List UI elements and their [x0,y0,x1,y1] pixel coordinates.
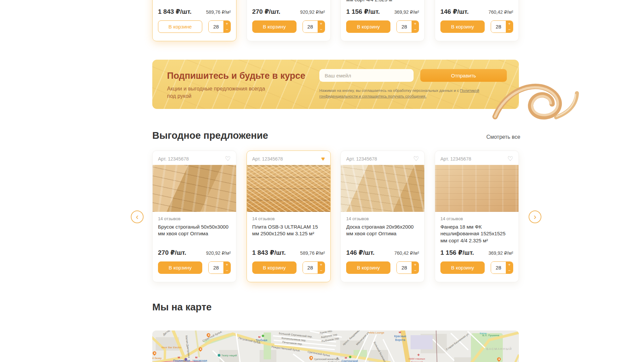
heart-filled-icon[interactable]: ♥ [321,156,325,162]
quantity-input[interactable] [491,21,506,33]
add-to-cart-button[interactable]: В корзину [346,261,390,274]
metro-label: Чеховская [193,359,207,362]
decrement-button[interactable]: − [318,27,325,33]
carousel-prev-button[interactable]: ‹ [131,210,144,223]
product-title: Брусок строганый 50х50х3000 мм хвоя сорт… [252,0,325,3]
product-title: Фанера 18 мм ФК нешлифованная 1525х1525 … [440,224,513,244]
email-input[interactable] [319,69,414,82]
product-title: Доска строганая 20х96х2000 мм хвоя сорт … [346,224,419,244]
add-to-cart-button[interactable]: В корзину [252,261,297,274]
quantity-stepper[interactable]: + − [396,20,419,33]
product-card[interactable]: Арт. 12345678 ♡ 14 отзывов Плита OSB-3 U… [152,0,236,41]
article-number: Арт. 12345678 [346,156,377,162]
product-title: Доска строганая 20х96х2000 мм хвоя сорт … [440,0,513,3]
quantity-stepper[interactable]: + − [303,261,325,274]
quantity-stepper[interactable]: + − [396,261,419,274]
metro-icon: М [258,336,261,339]
see-all-link[interactable]: Смотреть все [486,134,520,140]
metro-label: Пушкинская [173,359,190,362]
poi-label: НИИ глазных болезней [406,357,428,362]
increment-button[interactable]: + [412,21,419,27]
reviews-link[interactable]: 14 отзывов [346,216,419,221]
increment-button[interactable]: + [223,21,230,27]
price-per-m2: 369,92 ₽/м² [488,250,513,256]
increment-button[interactable]: + [318,21,325,27]
price-per-m2: 920,92 ₽/м² [206,250,231,256]
map[interactable]: Дегтярный пер. Малая Дмитровка Страстной… [152,330,519,362]
top-products-row: Арт. 12345678 ♡ 14 отзывов Плита OSB-3 U… [152,0,519,41]
poi-label: Театр наций [221,354,237,357]
metro-label: Сретенский [341,359,358,362]
carousel-next-button[interactable]: › [529,210,541,223]
subscribe-submit-button[interactable]: Отправить [420,69,507,82]
product-image [247,165,330,212]
heart-icon[interactable]: ♡ [413,156,419,162]
district-label: БАСМАННЫЙ [486,347,512,351]
product-card[interactable]: Арт. 12345678 ♡ 14 отзывов Фанера 18 мм … [340,0,425,41]
metro-label: Трубная [256,339,267,342]
add-to-cart-button[interactable]: В корзину [158,261,202,274]
product-image [435,165,519,212]
decrement-button[interactable]: − [412,27,419,33]
quantity-stepper[interactable]: + − [491,261,513,274]
reviews-link[interactable]: 14 отзывов [158,216,231,221]
quantity-stepper[interactable]: + − [491,20,513,33]
increment-button[interactable]: + [412,262,419,268]
quantity-input[interactable] [397,21,412,33]
quantity-input[interactable] [209,21,223,33]
article-number: Арт. 12345678 [252,156,283,162]
in-cart-button[interactable]: В корзине [158,20,202,33]
metro-label: Красные Ворота [390,335,410,342]
quantity-stepper[interactable]: + − [208,261,231,274]
metro-icon: М [195,356,198,359]
reviews-link[interactable]: 14 отзывов [252,216,325,221]
decrement-button[interactable]: − [506,27,513,33]
disclaimer-text: Нажимая на кнопку, вы соглашаетесь на об… [319,88,460,93]
quantity-input[interactable] [303,262,318,274]
product-card[interactable]: Арт. 12345678 ♡ 14 отзывов Брусок строга… [152,150,236,282]
add-to-cart-button[interactable]: В корзину [440,261,485,274]
map-section-title: Мы на карте [152,302,212,313]
product-card[interactable]: Арт. 12345678 ♡ 14 отзывов Брусок строга… [247,0,331,41]
price-per-item: 270 ₽/шт. [158,249,186,256]
quantity-stepper[interactable]: + − [303,20,325,33]
quantity-input[interactable] [303,21,318,33]
add-to-cart-button[interactable]: В корзину [252,20,297,33]
decrement-button[interactable]: − [318,268,325,274]
product-title: Плита OSB-3 ULTRALAM 15 мм 2500х1250 мм … [252,224,325,244]
product-image [153,165,236,212]
increment-button[interactable]: + [506,21,513,27]
product-card[interactable]: Арт. 12345678 ♡ 14 отзывов Фанера 18 мм … [435,150,519,282]
product-image [341,165,424,212]
heart-icon[interactable]: ♡ [507,156,513,162]
price-per-item: 1 156 ₽/шт. [440,249,474,256]
product-title: Плита OSB-3 ULTRALAM 15 мм 2500х1250 мм … [158,0,231,3]
product-card[interactable]: Арт. 12345678 ♡ 14 отзывов Доска строган… [340,150,425,282]
price-per-item: 1 156 ₽/шт. [346,8,380,15]
subscribe-title: Подпишитесь и будьте в курсе [167,71,305,81]
product-card[interactable]: Арт. 12345678 ♥ 14 отзывов Плита OSB-3 U… [247,150,331,282]
page: Арт. 12345678 ♡ 14 отзывов Плита OSB-3 U… [0,0,644,362]
decrement-button[interactable]: − [223,27,230,33]
decrement-button[interactable]: − [223,268,230,274]
increment-button[interactable]: + [506,262,513,268]
product-card[interactable]: Арт. 12345678 ♡ 14 отзывов Доска строган… [435,0,519,41]
add-to-cart-button[interactable]: В корзину [346,20,390,33]
monastery-icon: ✚ [336,357,339,360]
street-label: Бобров пер. [328,361,343,362]
price-per-item: 146 ₽/шт. [440,8,469,15]
reviews-link[interactable]: 14 отзывов [440,216,513,221]
quantity-input[interactable] [397,262,412,274]
add-to-cart-button[interactable]: В корзину [440,20,485,33]
decrement-button[interactable]: − [506,268,513,274]
decrement-button[interactable]: − [412,268,419,274]
increment-button[interactable]: + [223,262,230,268]
increment-button[interactable]: + [318,262,325,268]
quantity-stepper[interactable]: + − [208,20,231,33]
price-per-item: 270 ₽/шт. [252,8,280,15]
price-per-item: 146 ₽/шт. [346,249,374,256]
heart-icon[interactable]: ♡ [225,156,231,162]
quantity-input[interactable] [491,262,506,274]
metro-icon: М [345,356,347,359]
quantity-input[interactable] [209,262,223,274]
